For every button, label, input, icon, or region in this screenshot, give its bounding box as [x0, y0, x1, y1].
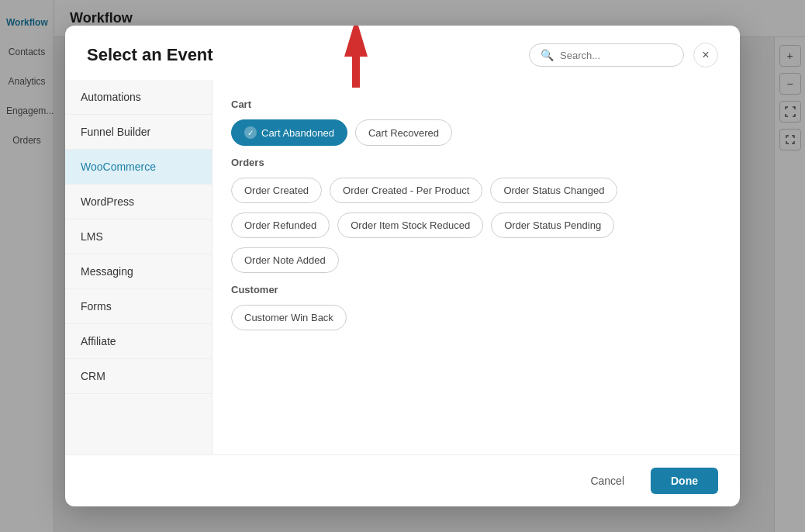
nav-item-forms[interactable]: Forms [65, 289, 212, 324]
event-order-refunded-button[interactable]: Order Refunded [231, 212, 330, 238]
nav-item-woocommerce[interactable]: WooCommerce [65, 150, 212, 185]
event-order-status-changed-button[interactable]: Order Status Changed [490, 178, 617, 203]
nav-item-crm[interactable]: CRM [65, 359, 212, 394]
cancel-button[interactable]: Cancel [573, 468, 641, 494]
nav-item-automations[interactable]: Automations [65, 80, 212, 115]
nav-item-lms[interactable]: LMS [65, 219, 212, 254]
check-icon: ✓ [244, 126, 257, 139]
event-cart-recovered-button[interactable]: Cart Recovered [355, 119, 452, 146]
cart-section-label: Cart [231, 98, 721, 110]
modal-footer: Cancel Done [65, 454, 740, 506]
customer-events-row: Customer Win Back [231, 305, 721, 330]
done-button[interactable]: Done [651, 468, 718, 494]
search-container: 🔍 [529, 43, 684, 67]
modal-body: Automations Funnel Builder WooCommerce W… [65, 80, 740, 454]
nav-item-wordpress[interactable]: WordPress [65, 185, 212, 219]
event-order-status-pending-button[interactable]: Order Status Pending [491, 212, 614, 238]
orders-events-row-1: Order Created Order Created - Per Produc… [231, 178, 721, 203]
event-order-created-per-product-button[interactable]: Order Created - Per Product [330, 178, 482, 203]
modal-title: Select an Event [87, 45, 213, 65]
search-icon: 🔍 [541, 49, 554, 61]
nav-item-messaging[interactable]: Messaging [65, 254, 212, 289]
event-order-note-added-button[interactable]: Order Note Added [231, 247, 339, 273]
nav-item-affiliate[interactable]: Affiliate [65, 324, 212, 359]
customer-section-label: Customer [231, 284, 721, 295]
event-content: Cart ✓ Cart Abandoned Cart Recovered Ord… [212, 80, 740, 454]
event-cart-abandoned-button[interactable]: ✓ Cart Abandoned [231, 119, 347, 146]
event-customer-win-back-button[interactable]: Customer Win Back [231, 305, 347, 330]
search-input[interactable] [560, 50, 672, 61]
modal-header: Select an Event 🔍 × [65, 26, 740, 80]
event-order-item-stock-reduced-button[interactable]: Order Item Stock Reduced [337, 212, 483, 238]
left-nav: Automations Funnel Builder WooCommerce W… [65, 80, 212, 454]
modal-header-right: 🔍 × [529, 43, 718, 67]
nav-item-funnel-builder[interactable]: Funnel Builder [65, 115, 212, 150]
orders-events-row-3: Order Note Added [231, 247, 721, 273]
orders-events-row-2: Order Refunded Order Item Stock Reduced … [231, 212, 721, 238]
event-order-created-button[interactable]: Order Created [231, 178, 322, 203]
close-button[interactable]: × [693, 43, 718, 67]
select-event-modal: Select an Event 🔍 × Automations Funnel B… [65, 26, 740, 506]
cart-events-row: ✓ Cart Abandoned Cart Recovered [231, 119, 721, 146]
orders-section-label: Orders [231, 157, 721, 168]
